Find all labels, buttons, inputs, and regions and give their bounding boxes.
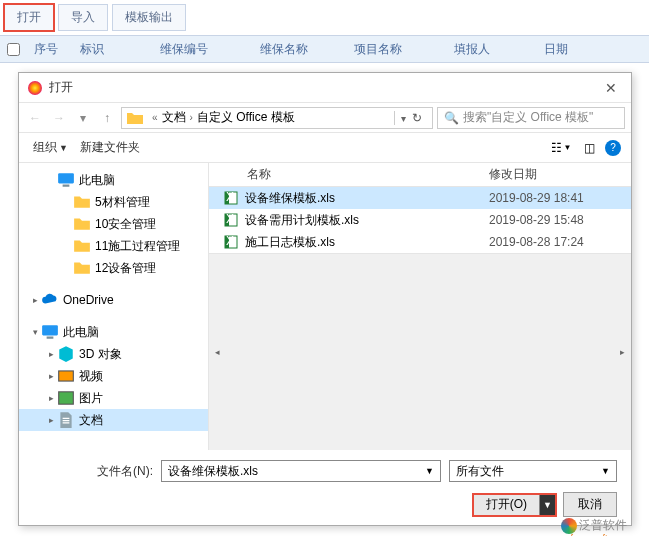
folder-icon [73,194,91,210]
hscrollbar[interactable]: ◂▸ [209,253,631,450]
preview-pane-icon[interactable]: ◫ [577,137,601,159]
svg-point-0 [28,81,42,95]
folder-icon [73,216,91,232]
nav-up-icon[interactable]: ↑ [97,108,117,128]
new-folder-button[interactable]: 新建文件夹 [76,137,144,158]
svg-text:X: X [226,190,234,204]
nav-back-icon[interactable]: ← [25,108,45,128]
file-row[interactable]: X施工日志模板.xls2019-08-28 17:24 [209,231,631,253]
xls-icon: X [223,234,239,250]
brand-logo-icon [561,518,577,534]
filename-label: 文件名(N): [33,463,153,480]
svg-text:X: X [226,234,234,248]
tree-node[interactable]: 12设备管理 [19,257,208,279]
nav-tree[interactable]: 此电脑5材料管理10安全管理11施工过程管理12设备管理▸OneDrive▾此电… [19,163,209,450]
pc-icon [57,172,75,188]
import-button[interactable]: 导入 [58,4,108,31]
folder-icon [73,260,91,276]
tree-node[interactable]: 此电脑 [19,169,208,191]
grid-header: 序号 标识 维保编号 维保名称 项目名称 填报人 日期 [0,35,649,63]
tree-node[interactable]: 5材料管理 [19,191,208,213]
col-modified[interactable]: 修改日期 [489,166,631,183]
tree-node[interactable]: 10安全管理 [19,213,208,235]
pic-icon [57,390,75,406]
search-icon: 🔍 [444,111,459,125]
tree-node[interactable]: ▾此电脑 [19,321,208,343]
file-row[interactable]: X设备需用计划模板.xls2019-08-29 15:48 [209,209,631,231]
filetype-select[interactable]: 所有文件▼ [449,460,617,482]
svg-text:X: X [226,212,234,226]
col-maintno[interactable]: 维保编号 [152,41,252,58]
svg-rect-1 [58,173,74,183]
col-tag[interactable]: 标识 [72,41,152,58]
search-input[interactable]: 🔍 搜索"自定义 Office 模板" [437,107,625,129]
col-filler[interactable]: 填报人 [446,41,536,58]
close-icon[interactable]: ✕ [599,80,623,96]
organize-menu[interactable]: 组织▼ [29,137,72,158]
tree-node[interactable]: ▸3D 对象 [19,343,208,365]
col-name[interactable]: 名称 [209,166,489,183]
tree-node[interactable]: ▸文档 [19,409,208,431]
svg-rect-3 [42,325,58,335]
cube-icon [57,346,75,362]
crumb-seg[interactable]: 文档 [162,109,186,126]
svg-rect-2 [63,185,70,187]
folder-icon [73,238,91,254]
select-all-checkbox[interactable] [7,43,20,56]
col-proj[interactable]: 项目名称 [346,41,446,58]
onedrive-icon [41,292,59,308]
doc-icon [57,412,75,428]
open-file-button[interactable]: 打开(O) ▼ [472,493,557,517]
crumb-seg[interactable]: 自定义 Office 模板 [197,109,295,126]
tree-node[interactable]: ▸OneDrive [19,289,208,311]
dialog-icon [27,80,43,96]
open-split-icon[interactable]: ▼ [539,495,555,515]
col-maintname[interactable]: 维保名称 [252,41,346,58]
file-row[interactable]: X设备维保模板.xls2019-08-29 18:41 [209,187,631,209]
folder-icon [126,110,144,126]
tree-node[interactable]: 11施工过程管理 [19,235,208,257]
help-icon[interactable]: ? [605,140,621,156]
tree-node[interactable]: ▸图片 [19,387,208,409]
open-button[interactable]: 打开 [4,4,54,31]
col-seq[interactable]: 序号 [26,41,72,58]
filename-input[interactable]: 设备维保模板.xls▼ [161,460,441,482]
template-output-button[interactable]: 模板输出 [112,4,186,31]
breadcrumb[interactable]: « 文档 › 自定义 Office 模板 ▾↻ [121,107,433,129]
open-dialog: 打开 ✕ ← → ▾ ↑ « 文档 › 自定义 Office 模板 ▾↻ 🔍 搜… [18,72,632,526]
view-options-icon[interactable]: ☷▼ [549,137,573,159]
nav-hist-icon[interactable]: ▾ [73,108,93,128]
xls-icon: X [223,212,239,228]
xls-icon: X [223,190,239,206]
svg-rect-6 [59,372,73,381]
tree-node[interactable]: ▸视频 [19,365,208,387]
video-icon [57,368,75,384]
nav-fwd-icon[interactable]: → [49,108,69,128]
svg-rect-4 [47,337,54,339]
svg-rect-8 [59,392,73,403]
cancel-button[interactable]: 取消 [563,492,617,517]
brand-watermark: 泛普软件 www.fanpusoft.com [561,517,627,534]
dialog-title: 打开 [49,79,599,96]
pc-icon [41,324,59,340]
col-date[interactable]: 日期 [536,41,576,58]
